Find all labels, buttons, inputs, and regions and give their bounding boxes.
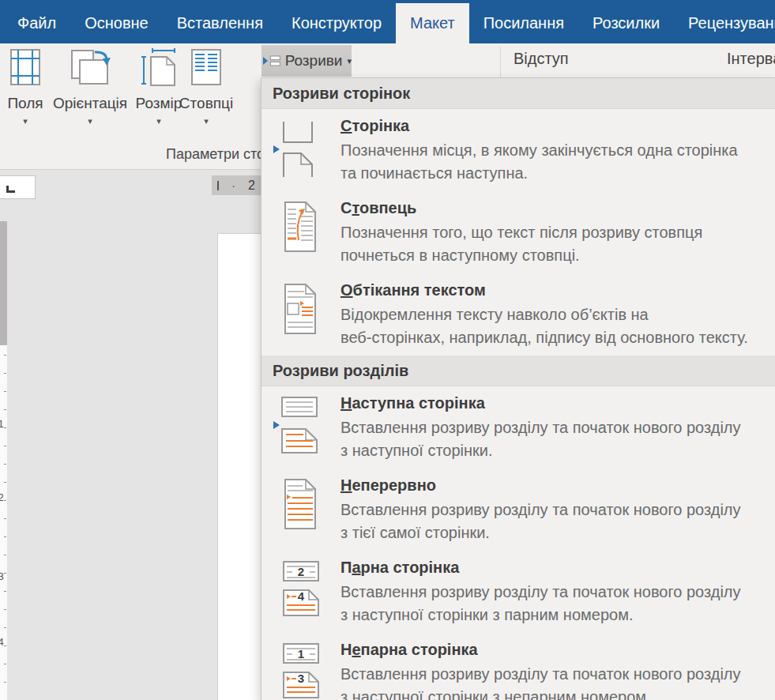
svg-text:2: 2 — [298, 565, 304, 578]
menu-item-description: Вставлення розриву розділу та початок но… — [340, 499, 775, 544]
tab-home[interactable]: Основне — [70, 3, 163, 43]
continuous-break-icon — [271, 475, 340, 544]
menu-item-title: Наступна сторінка — [340, 393, 775, 413]
tab-stop-icon — [6, 186, 15, 193]
menu-section-header-section-breaks: Розриви розділів — [261, 356, 775, 386]
margins-icon — [3, 47, 47, 88]
column-break-icon — [271, 198, 340, 267]
margins-button[interactable]: Поля ▾ — [3, 47, 47, 125]
tab-mailings[interactable]: Розсилки — [578, 3, 674, 43]
tab-file[interactable]: Файл — [3, 3, 70, 43]
columns-button[interactable]: Стовпці ▾ — [177, 47, 235, 125]
tab-insert[interactable]: Вставлення — [163, 3, 277, 43]
menu-item-title: Непарна сторінка — [340, 639, 775, 660]
ruler-tick — [217, 181, 219, 190]
document-page[interactable] — [217, 233, 261, 700]
menu-item-description: Позначення місця, в якому закінчується о… — [340, 139, 775, 185]
odd-page-break-icon: 1 3 — [271, 639, 340, 700]
vertical-ruler[interactable]: 1 2 3 4 — [0, 221, 7, 700]
ruler-number: 1 — [0, 418, 6, 430]
tab-references[interactable]: Посилання — [469, 3, 578, 43]
columns-icon — [177, 47, 235, 88]
menu-item-continuous-break[interactable]: Неперервно Вставлення розриву розділу та… — [261, 469, 775, 551]
menu-item-description: Вставлення розриву розділу та початок но… — [340, 581, 775, 627]
orientation-icon — [51, 47, 130, 88]
spacing-label: Інтервал — [727, 50, 775, 68]
breaks-dropdown-menu: Розриви сторінок Сторінка Позначення міс… — [261, 77, 775, 700]
breaks-icon — [269, 52, 281, 70]
menu-item-description: Вставлення розриву розділу та початок но… — [340, 416, 775, 462]
ruler-number: 2 — [0, 491, 6, 503]
menu-item-description: Відокремлення тексту навколо об’єктів на… — [340, 303, 775, 349]
menu-item-text-wrap-break[interactable]: Обтікання текстом Відокремлення тексту н… — [261, 273, 775, 356]
tab-review[interactable]: Рецензування — [674, 3, 775, 43]
text-wrap-break-icon — [271, 280, 340, 349]
chevron-down-icon: ▾ — [3, 117, 47, 125]
indent-label: Відступ — [514, 50, 569, 68]
ribbon-tab-bar: Файл Основне Вставлення Конструктор Маке… — [0, 0, 775, 43]
menu-item-even-page-break[interactable]: 2 4 Парна сторінка Вставлення розриву ро… — [261, 551, 775, 633]
menu-item-column-break[interactable]: Стовпець Позначення того, що текст після… — [261, 191, 775, 273]
menu-item-description: Вставлення розриву розділу та початок но… — [340, 663, 775, 700]
menu-item-title: Парна сторінка — [340, 557, 775, 578]
ruler-margin-area — [0, 221, 7, 345]
orientation-button[interactable]: Орієнтація ▾ — [51, 47, 130, 125]
menu-item-page-break[interactable]: Сторінка Позначення місця, в якому закін… — [261, 109, 775, 191]
chevron-down-icon: ▾ — [51, 117, 130, 125]
tab-selector-box[interactable] — [0, 175, 36, 199]
tab-design[interactable]: Конструктор — [277, 3, 396, 43]
ruler-body: 1 2 3 4 — [0, 345, 7, 700]
ruler-dot: · — [231, 179, 235, 192]
next-page-break-icon — [271, 393, 340, 462]
menu-section-header-page-breaks: Розриви сторінок — [261, 78, 775, 109]
blue-arrow-icon — [263, 57, 268, 65]
ruler-ticks — [4, 355, 6, 700]
chevron-down-icon: ▾ — [347, 56, 352, 66]
chevron-down-icon: ▾ — [177, 117, 235, 125]
ruler-number: 3 — [0, 570, 6, 582]
breaks-button[interactable]: Розриви ▾ — [261, 45, 352, 77]
svg-text:4: 4 — [298, 589, 305, 603]
menu-item-odd-page-break[interactable]: 1 3 Непарна сторінка Вставлення розриву … — [261, 633, 775, 700]
menu-item-title: Сторінка — [340, 115, 775, 136]
page-break-icon — [271, 115, 340, 185]
menu-item-next-page-break[interactable]: Наступна сторінка Вставлення розриву роз… — [261, 386, 775, 469]
ruler-number: 4 — [0, 636, 6, 648]
menu-item-title: Стовпець — [340, 198, 775, 218]
horizontal-ruler[interactable]: · 2 — [212, 175, 261, 195]
menu-item-title: Обтікання текстом — [340, 280, 775, 300]
svg-text:3: 3 — [298, 672, 304, 685]
even-page-break-icon: 2 4 — [271, 557, 340, 627]
ruler-number: 2 — [248, 179, 255, 193]
tab-layout[interactable]: Макет — [396, 3, 469, 43]
menu-item-title: Неперервно — [340, 475, 775, 495]
menu-item-description: Позначення того, що текст після розриву … — [340, 221, 775, 267]
svg-text:1: 1 — [298, 647, 304, 660]
